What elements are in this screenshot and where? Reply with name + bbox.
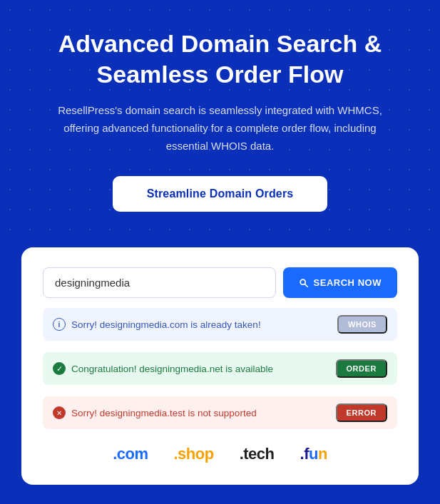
tld-com: .com <box>113 445 148 463</box>
result-row-taken: i Sorry! designingmedia.com is already t… <box>43 308 397 341</box>
result-message-taken: Sorry! designingmedia.com is already tak… <box>71 319 261 330</box>
search-row: SEARCH NOW <box>43 267 397 298</box>
info-icon: i <box>53 318 66 331</box>
tld-row: .com .shop .tech .fun <box>43 445 397 463</box>
result-row-available: ✓ Congratulation! designingmedia.net is … <box>43 352 397 385</box>
tld-shop: .shop <box>173 445 213 463</box>
search-icon <box>299 278 309 288</box>
cta-button[interactable]: Streamline Domain Orders <box>113 176 328 212</box>
x-icon: ✕ <box>53 406 66 419</box>
result-message-available: Congratulation! designingmedia.net is av… <box>71 364 273 374</box>
search-card: SEARCH NOW i Sorry! designingmedia.com i… <box>21 247 419 485</box>
error-badge-button[interactable]: ERROR <box>336 403 387 422</box>
result-message-error: Sorry! designingmedia.test is not suppor… <box>71 408 257 418</box>
search-input[interactable] <box>43 267 276 298</box>
order-badge-button[interactable]: ORDER <box>336 359 387 378</box>
svg-line-1 <box>305 284 307 287</box>
tld-fun-f: f <box>304 445 309 463</box>
result-left-available: ✓ Congratulation! designingmedia.net is … <box>53 362 273 375</box>
whois-badge-button[interactable]: WHOIS <box>337 315 387 334</box>
tld-fun-n: n <box>318 445 327 463</box>
hero-section: Advanced Domain Search & Seamless Order … <box>0 0 440 247</box>
result-left-error: ✕ Sorry! designingmedia.test is not supp… <box>53 406 257 419</box>
check-icon: ✓ <box>53 362 66 375</box>
results-area: i Sorry! designingmedia.com is already t… <box>43 308 397 429</box>
search-button-label: SEARCH NOW <box>314 277 382 288</box>
result-left-taken: i Sorry! designingmedia.com is already t… <box>53 318 261 331</box>
tld-fun-u: u <box>309 445 318 463</box>
tld-fun: .fun <box>300 445 327 463</box>
result-row-error: ✕ Sorry! designingmedia.test is not supp… <box>43 396 397 429</box>
hero-title: Advanced Domain Search & Seamless Order … <box>43 29 397 89</box>
tld-tech: .tech <box>240 445 275 463</box>
hero-description: ResellPress's domain search is seamlessl… <box>56 102 384 155</box>
search-button[interactable]: SEARCH NOW <box>283 267 397 298</box>
